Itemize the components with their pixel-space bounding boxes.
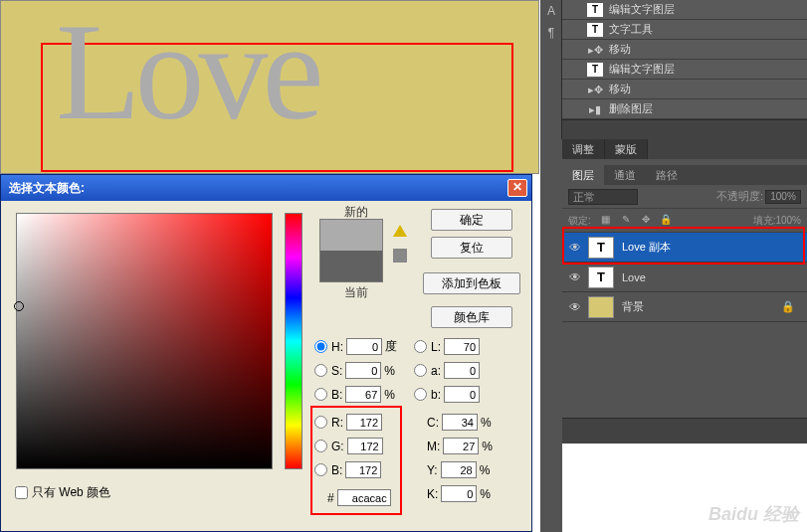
visibility-icon[interactable]: 👁 [562, 300, 588, 314]
history-item[interactable]: T编辑文字图层 [562, 60, 807, 80]
a-row: a: [414, 362, 480, 379]
web-only-checkbox-row: 只有 Web 颜色 [15, 484, 110, 501]
picker-cursor [14, 301, 24, 311]
history-item[interactable]: T编辑文字图层 [562, 0, 807, 20]
visibility-icon[interactable]: 👁 [562, 241, 588, 255]
l-radio[interactable] [414, 340, 427, 353]
lab-b-radio[interactable] [414, 388, 427, 401]
b2-label: B: [331, 463, 342, 477]
new-color[interactable] [320, 220, 382, 251]
bv-label: B: [331, 388, 342, 402]
watermark: Baidu 经验 [708, 502, 799, 526]
h-radio[interactable] [314, 340, 327, 353]
hue-slider[interactable] [285, 213, 303, 469]
k-row: K:% [427, 485, 498, 502]
tab-channels[interactable]: 通道 [604, 165, 646, 185]
history-item[interactable]: T文字工具 [562, 20, 807, 40]
s-radio[interactable] [314, 364, 327, 377]
web-only-checkbox[interactable] [15, 486, 28, 499]
history-item[interactable]: ▸▮删除图层 [562, 99, 807, 119]
l-label: L: [431, 340, 441, 354]
tab-layers[interactable]: 图层 [562, 165, 604, 185]
s-input[interactable] [345, 362, 381, 379]
ok-button[interactable]: 确定 [431, 209, 512, 231]
lab-b-input[interactable] [444, 386, 480, 403]
r-row: R: [314, 414, 382, 431]
websafe-warning-icon[interactable] [393, 249, 407, 263]
h-input[interactable] [346, 338, 382, 355]
c-input[interactable] [442, 414, 478, 431]
h-row: H:度 [314, 338, 403, 355]
layers-panel: 正常 不透明度:100% 锁定: ▦ ✎ ✥ 🔒 填充:100% 👁 T Lov… [562, 185, 807, 322]
r-input[interactable] [346, 414, 382, 431]
bv-input[interactable] [345, 386, 381, 403]
lock-pixel-icon[interactable]: ✎ [619, 214, 633, 228]
b2-radio[interactable] [314, 463, 327, 476]
layer-thumb: T [588, 266, 614, 288]
h-unit: 度 [385, 338, 403, 355]
g-label: G: [331, 440, 344, 453]
color-library-button[interactable]: 颜色库 [431, 306, 512, 328]
layer-options-row: 正常 不透明度:100% [562, 185, 807, 209]
lock-trans-icon[interactable]: ▦ [599, 214, 613, 228]
add-swatch-button[interactable]: 添加到色板 [423, 272, 520, 294]
m-unit: % [482, 440, 500, 453]
dialog-titlebar[interactable]: 选择文本颜色: ✕ [1, 175, 531, 201]
history-item[interactable]: ▸✥移动 [562, 80, 807, 99]
layer-thumb [588, 296, 614, 318]
tab-paths[interactable]: 路径 [646, 165, 688, 185]
g-row: G: [314, 438, 383, 454]
a-input[interactable] [444, 362, 480, 379]
visibility-icon[interactable]: 👁 [562, 270, 588, 284]
opacity-value[interactable]: 100% [765, 190, 801, 204]
tab-adjustments[interactable]: 调整 [562, 139, 605, 159]
close-icon[interactable]: ✕ [507, 179, 527, 197]
bv-unit: % [384, 388, 402, 402]
fill-value[interactable]: 100% [775, 215, 801, 226]
l-input[interactable] [444, 338, 480, 355]
g-input[interactable] [347, 438, 383, 454]
current-color[interactable] [320, 251, 382, 281]
lock-move-icon[interactable]: ✥ [639, 214, 653, 228]
layer-name: Love 副本 [622, 240, 671, 255]
para-panel-icon[interactable]: ¶ [540, 22, 562, 44]
layer-row[interactable]: 👁 T Love [562, 263, 807, 292]
b2-input[interactable] [345, 461, 381, 478]
color-picker-dialog: 选择文本颜色: ✕ 新的 当前 确定 复位 添加到色板 颜色库 H:度 S:% … [0, 174, 532, 532]
lab-b-label: b: [431, 388, 441, 402]
tab-masks[interactable]: 蒙版 [605, 139, 648, 159]
c-row: C:% [427, 414, 499, 431]
hex-input[interactable] [337, 489, 391, 506]
m-input[interactable] [443, 438, 479, 454]
lab-b-row: b: [414, 386, 480, 403]
color-field[interactable] [16, 213, 273, 469]
r-radio[interactable] [314, 416, 327, 429]
a-radio[interactable] [414, 364, 427, 377]
hex-label: # [327, 491, 334, 505]
document-canvas[interactable]: Love [0, 0, 539, 174]
g-radio[interactable] [314, 440, 327, 452]
adjustments-tabstrip: 调整 蒙版 [562, 139, 807, 159]
history-label: 删除图层 [609, 101, 653, 116]
layers-tabstrip: 图层 通道 路径 [562, 165, 807, 185]
canvas-text[interactable]: Love [56, 0, 318, 151]
k-input[interactable] [441, 485, 477, 502]
blend-mode-select[interactable]: 正常 [568, 189, 638, 205]
b2-row: B: [314, 461, 381, 478]
reset-button[interactable]: 复位 [431, 237, 512, 259]
history-item[interactable]: ▸✥移动 [562, 40, 807, 60]
layers-footer [562, 418, 807, 443]
char-panel-icon[interactable]: A [540, 0, 562, 22]
layer-row[interactable]: 👁 背景 🔒 [562, 292, 807, 322]
layer-row[interactable]: 👁 T Love 副本 [562, 233, 807, 263]
y-input[interactable] [441, 461, 477, 478]
layer-name: 背景 [622, 299, 644, 314]
type-icon: T [587, 3, 603, 17]
r-label: R: [331, 416, 343, 430]
m-row: M:% [427, 438, 500, 454]
type-icon: T [587, 63, 603, 77]
lock-all-icon[interactable]: 🔒 [659, 214, 673, 228]
gamut-warning-icon[interactable] [393, 225, 407, 237]
k-unit: % [480, 487, 498, 501]
bv-radio[interactable] [314, 388, 327, 401]
